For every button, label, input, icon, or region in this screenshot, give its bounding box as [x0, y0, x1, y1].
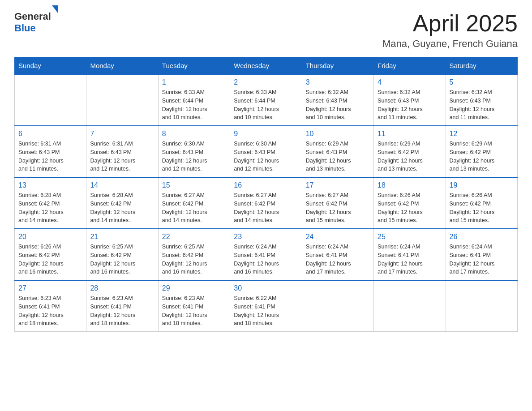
day-info: Sunrise: 6:24 AM Sunset: 6:41 PM Dayligh…: [450, 243, 514, 276]
calendar-cell: 10Sunrise: 6:29 AM Sunset: 6:43 PM Dayli…: [302, 126, 373, 177]
day-number: 25: [378, 233, 442, 241]
day-info: Sunrise: 6:27 AM Sunset: 6:42 PM Dayligh…: [234, 191, 298, 225]
col-header-saturday: Saturday: [446, 57, 517, 75]
calendar-cell: 17Sunrise: 6:27 AM Sunset: 6:42 PM Dayli…: [302, 177, 373, 229]
day-info: Sunrise: 6:32 AM Sunset: 6:43 PM Dayligh…: [306, 88, 370, 122]
day-info: Sunrise: 6:28 AM Sunset: 6:42 PM Dayligh…: [90, 191, 154, 225]
day-number: 24: [306, 233, 370, 241]
calendar-cell: 24Sunrise: 6:24 AM Sunset: 6:41 PM Dayli…: [302, 229, 373, 280]
calendar-cell: 4Sunrise: 6:32 AM Sunset: 6:43 PM Daylig…: [374, 74, 446, 126]
calendar-cell: 25Sunrise: 6:24 AM Sunset: 6:41 PM Dayli…: [374, 229, 446, 280]
calendar-cell: 8Sunrise: 6:30 AM Sunset: 6:43 PM Daylig…: [158, 126, 230, 177]
day-info: Sunrise: 6:25 AM Sunset: 6:42 PM Dayligh…: [162, 243, 226, 276]
calendar-cell: 30Sunrise: 6:22 AM Sunset: 6:41 PM Dayli…: [230, 280, 302, 332]
calendar-cell: 20Sunrise: 6:26 AM Sunset: 6:42 PM Dayli…: [15, 229, 86, 280]
day-number: 17: [306, 181, 370, 189]
calendar-cell: 1Sunrise: 6:33 AM Sunset: 6:44 PM Daylig…: [158, 74, 230, 126]
week-row-4: 20Sunrise: 6:26 AM Sunset: 6:42 PM Dayli…: [15, 229, 518, 280]
calendar-cell: 22Sunrise: 6:25 AM Sunset: 6:42 PM Dayli…: [158, 229, 230, 280]
col-header-wednesday: Wednesday: [230, 57, 302, 75]
calendar-cell: 28Sunrise: 6:23 AM Sunset: 6:41 PM Dayli…: [86, 280, 158, 332]
col-header-thursday: Thursday: [302, 57, 373, 75]
col-header-friday: Friday: [374, 57, 446, 75]
calendar-cell: 11Sunrise: 6:29 AM Sunset: 6:42 PM Dayli…: [374, 126, 446, 177]
day-info: Sunrise: 6:27 AM Sunset: 6:42 PM Dayligh…: [306, 191, 370, 225]
day-number: 7: [90, 130, 154, 138]
calendar-cell: 27Sunrise: 6:23 AM Sunset: 6:41 PM Dayli…: [15, 280, 86, 332]
week-row-3: 13Sunrise: 6:28 AM Sunset: 6:42 PM Dayli…: [15, 177, 518, 229]
logo: General Blue: [14, 11, 58, 34]
day-number: 13: [18, 181, 82, 189]
day-info: Sunrise: 6:24 AM Sunset: 6:41 PM Dayligh…: [378, 243, 442, 276]
calendar-cell: 9Sunrise: 6:30 AM Sunset: 6:43 PM Daylig…: [230, 126, 302, 177]
day-number: 29: [162, 284, 226, 292]
day-number: 19: [450, 181, 514, 189]
calendar-cell: 6Sunrise: 6:31 AM Sunset: 6:43 PM Daylig…: [15, 126, 86, 177]
logo-text-block: General Blue: [14, 11, 58, 34]
day-info: Sunrise: 6:26 AM Sunset: 6:42 PM Dayligh…: [18, 243, 82, 276]
day-number: 10: [306, 130, 370, 138]
calendar-cell: 12Sunrise: 6:29 AM Sunset: 6:42 PM Dayli…: [446, 126, 517, 177]
day-info: Sunrise: 6:25 AM Sunset: 6:42 PM Dayligh…: [90, 243, 154, 276]
col-header-sunday: Sunday: [15, 57, 86, 75]
calendar-cell: 21Sunrise: 6:25 AM Sunset: 6:42 PM Dayli…: [86, 229, 158, 280]
calendar-cell: 26Sunrise: 6:24 AM Sunset: 6:41 PM Dayli…: [446, 229, 517, 280]
day-number: 27: [18, 284, 82, 292]
logo-triangle-icon: [52, 5, 58, 21]
day-info: Sunrise: 6:29 AM Sunset: 6:42 PM Dayligh…: [378, 140, 442, 173]
day-number: 11: [378, 130, 442, 138]
day-info: Sunrise: 6:33 AM Sunset: 6:44 PM Dayligh…: [234, 88, 298, 122]
day-number: 21: [90, 233, 154, 241]
day-info: Sunrise: 6:23 AM Sunset: 6:41 PM Dayligh…: [18, 294, 82, 328]
day-info: Sunrise: 6:28 AM Sunset: 6:42 PM Dayligh…: [18, 191, 82, 225]
day-number: 1: [162, 78, 226, 86]
day-info: Sunrise: 6:31 AM Sunset: 6:43 PM Dayligh…: [18, 140, 82, 173]
calendar-cell: 3Sunrise: 6:32 AM Sunset: 6:43 PM Daylig…: [302, 74, 373, 126]
week-row-5: 27Sunrise: 6:23 AM Sunset: 6:41 PM Dayli…: [15, 280, 518, 332]
day-info: Sunrise: 6:23 AM Sunset: 6:41 PM Dayligh…: [90, 294, 154, 328]
day-number: 3: [306, 78, 370, 86]
calendar-cell: 5Sunrise: 6:32 AM Sunset: 6:43 PM Daylig…: [446, 74, 517, 126]
calendar-cell: [374, 280, 446, 332]
calendar-cell: 16Sunrise: 6:27 AM Sunset: 6:42 PM Dayli…: [230, 177, 302, 229]
calendar-cell: 14Sunrise: 6:28 AM Sunset: 6:42 PM Dayli…: [86, 177, 158, 229]
day-info: Sunrise: 6:29 AM Sunset: 6:43 PM Dayligh…: [306, 140, 370, 173]
calendar-cell: 18Sunrise: 6:26 AM Sunset: 6:42 PM Dayli…: [374, 177, 446, 229]
calendar-cell: 15Sunrise: 6:27 AM Sunset: 6:42 PM Dayli…: [158, 177, 230, 229]
calendar-table: SundayMondayTuesdayWednesdayThursdayFrid…: [14, 57, 518, 332]
day-number: 26: [450, 233, 514, 241]
calendar-cell: 7Sunrise: 6:31 AM Sunset: 6:43 PM Daylig…: [86, 126, 158, 177]
day-number: 22: [162, 233, 226, 241]
calendar-cell: 23Sunrise: 6:24 AM Sunset: 6:41 PM Dayli…: [230, 229, 302, 280]
logo-general: General: [14, 11, 51, 22]
day-number: 8: [162, 130, 226, 138]
day-number: 14: [90, 181, 154, 189]
day-info: Sunrise: 6:23 AM Sunset: 6:41 PM Dayligh…: [162, 294, 226, 328]
calendar-cell: [86, 74, 158, 126]
day-number: 12: [450, 130, 514, 138]
calendar-cell: 29Sunrise: 6:23 AM Sunset: 6:41 PM Dayli…: [158, 280, 230, 332]
day-number: 4: [378, 78, 442, 86]
calendar-header-row: SundayMondayTuesdayWednesdayThursdayFrid…: [15, 57, 518, 75]
calendar-cell: [15, 74, 86, 126]
day-info: Sunrise: 6:26 AM Sunset: 6:42 PM Dayligh…: [450, 191, 514, 225]
day-info: Sunrise: 6:30 AM Sunset: 6:43 PM Dayligh…: [162, 140, 226, 173]
logo-blue: Blue: [14, 22, 36, 34]
day-info: Sunrise: 6:24 AM Sunset: 6:41 PM Dayligh…: [234, 243, 298, 276]
day-number: 30: [234, 284, 298, 292]
day-number: 28: [90, 284, 154, 292]
day-info: Sunrise: 6:26 AM Sunset: 6:42 PM Dayligh…: [378, 191, 442, 225]
page-header: General Blue April 2025 Mana, Guyane, Fr…: [14, 11, 518, 50]
col-header-monday: Monday: [86, 57, 158, 75]
day-number: 9: [234, 130, 298, 138]
week-row-2: 6Sunrise: 6:31 AM Sunset: 6:43 PM Daylig…: [15, 126, 518, 177]
day-info: Sunrise: 6:24 AM Sunset: 6:41 PM Dayligh…: [306, 243, 370, 276]
day-number: 2: [234, 78, 298, 86]
week-row-1: 1Sunrise: 6:33 AM Sunset: 6:44 PM Daylig…: [15, 74, 518, 126]
col-header-tuesday: Tuesday: [158, 57, 230, 75]
day-info: Sunrise: 6:30 AM Sunset: 6:43 PM Dayligh…: [234, 140, 298, 173]
day-info: Sunrise: 6:33 AM Sunset: 6:44 PM Dayligh…: [162, 88, 226, 122]
day-info: Sunrise: 6:31 AM Sunset: 6:43 PM Dayligh…: [90, 140, 154, 173]
day-info: Sunrise: 6:32 AM Sunset: 6:43 PM Dayligh…: [378, 88, 442, 122]
day-info: Sunrise: 6:27 AM Sunset: 6:42 PM Dayligh…: [162, 191, 226, 225]
